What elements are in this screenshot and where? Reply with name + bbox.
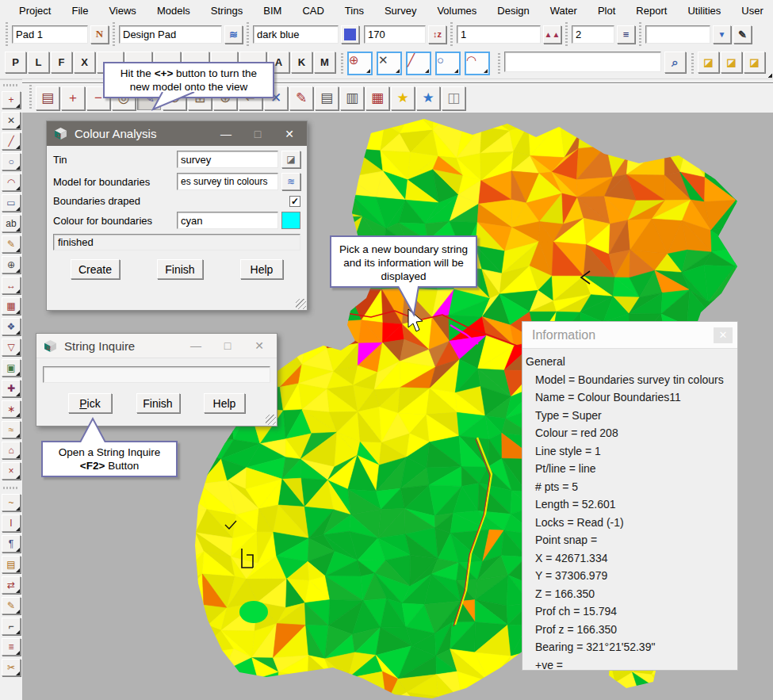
menu-views[interactable]: Views [98,2,146,19]
toolbar-grip[interactable] [339,53,345,75]
linestyle-icon[interactable]: ≡ [617,25,635,44]
window-star-tool[interactable]: ❖ [2,318,21,335]
tin-picker-icon[interactable]: ◪ [281,151,300,168]
toolbar-grip[interactable] [690,53,695,75]
sketch-tool[interactable]: ✎ [2,597,21,614]
close-button[interactable]: ✕ [243,339,275,352]
information-tool[interactable]: I [2,514,21,532]
format-k-button[interactable]: K [291,52,312,73]
menu-cad[interactable]: CAD [292,2,334,19]
menu-models[interactable]: Models [147,2,201,19]
menu-project[interactable]: Project [9,2,61,19]
open-project-folder-button[interactable]: ◪ [698,52,719,73]
freehand-tool[interactable]: ~ [2,494,21,511]
resize-grip[interactable] [296,299,306,309]
measure-tool[interactable]: ↔ [2,277,21,294]
cad-text-tool[interactable]: ab [2,215,21,232]
string-inquire-titlebar[interactable]: 12 String Inquire — □ ✕ [36,334,277,358]
snap-cross-toggle[interactable]: ✕ [377,52,402,75]
close-icon[interactable]: ✕ [714,327,733,343]
colour-line-tool[interactable]: ≈ [2,421,21,438]
finish-button[interactable]: Finish [136,393,180,413]
search-button[interactable]: ⌕ [664,52,686,73]
snap-point-toggle[interactable]: ⊕ [347,52,373,75]
menu-bim[interactable]: BIM [253,2,292,19]
symbol-combo[interactable] [645,25,710,44]
inquire-field[interactable] [43,366,270,383]
model-layers-icon[interactable]: ≋ [281,173,300,190]
model-input[interactable] [119,25,222,44]
toolbar-grip[interactable] [4,22,10,46]
pane-layout-button[interactable]: ◫ [442,86,465,110]
eyedropper-button[interactable]: ✎ [733,25,752,44]
railway-tool[interactable]: ≡ [2,638,21,656]
combo-dropdown-button[interactable]: ▼ [713,25,731,44]
shield-tool[interactable]: ⌂ [2,442,21,459]
z-height-icon[interactable]: ↕z [428,25,446,44]
menu-utilities[interactable]: Utilities [677,2,731,19]
toolbar-grip[interactable] [449,22,454,46]
toolbar-grip[interactable] [637,22,643,46]
cad-pencil-tool[interactable]: ✎ [2,235,21,253]
search-input[interactable] [504,52,661,72]
colour-swatch-button[interactable] [341,25,359,44]
linestyle-input[interactable] [572,25,614,44]
snap-arc-toggle[interactable]: ◠ [465,52,490,75]
colour-input[interactable] [253,25,339,44]
notes-tool[interactable]: ▤ [2,556,21,573]
name-button[interactable]: N [90,25,109,44]
cad-cross-tool[interactable]: ✕ [2,112,21,129]
plot-printer-button[interactable]: ▤ [315,86,339,110]
menu-water[interactable]: Water [540,2,587,19]
snap-line-toggle[interactable]: ╱ [406,52,431,75]
help-button[interactable]: Help [240,259,283,279]
menu-user[interactable]: User [731,2,773,19]
format-m-button[interactable]: M [314,52,335,73]
menu-tins[interactable]: Tins [335,2,374,19]
menu-strings[interactable]: Strings [201,2,253,19]
format-p-button[interactable]: P [5,52,26,73]
swap-tool[interactable]: ⇄ [2,576,21,594]
toolbar-grip[interactable] [496,53,502,75]
project-tools-folder-button[interactable]: ◪ [744,52,765,73]
boundary-colour-input[interactable] [177,212,278,229]
view-windows-button[interactable]: ▤ [36,86,59,110]
delete-cross-tool[interactable]: × [2,462,21,480]
menu-plot[interactable]: Plot [587,2,626,19]
project-settings-folder-button[interactable]: ◪ [721,52,742,73]
height-input[interactable] [364,25,426,44]
grid-button[interactable]: ▦ [365,86,389,110]
tin-input[interactable] [177,151,278,168]
minimize-button[interactable]: — [180,339,212,352]
table-tool[interactable]: ▦ [2,297,21,315]
maximize-button[interactable]: □ [212,339,243,352]
pick-button[interactable]: Pick [68,393,112,413]
cad-arc-tool[interactable]: ◠ [2,174,21,191]
finish-button[interactable]: Finish [157,259,203,279]
image-tool[interactable]: ▣ [2,359,21,377]
boundary-colour-swatch[interactable] [281,212,300,229]
format-x-button[interactable]: X [74,52,95,73]
add-model-to-view-button[interactable]: + [61,86,85,110]
trim-tool[interactable]: ✂ [2,659,21,676]
cad-line-tool[interactable]: ╱ [2,132,21,150]
model-layers-icon[interactable]: ≋ [224,25,243,44]
colour-analysis-titlebar[interactable]: 12 Colour Analysis — □ ✕ [47,121,307,146]
menu-report[interactable]: Report [626,2,677,19]
redraw-brush-button[interactable]: ✎ [289,86,313,110]
menu-file[interactable]: File [61,2,98,19]
resize-grip[interactable] [266,415,276,425]
profile-tool[interactable]: ⌐ [2,618,21,635]
toolbar-grip[interactable] [3,82,19,89]
survey-tool[interactable]: ¶ [2,535,21,553]
weight-icon[interactable]: ▲▲ [543,25,561,44]
toolbar-grip[interactable] [564,22,569,46]
snippets-star-button[interactable]: ★ [416,86,440,110]
boundaries-draped-checkbox[interactable]: ✓ [289,196,300,207]
toolbar-grip[interactable] [245,22,251,46]
create-button[interactable]: Create [71,259,120,279]
toolbar-grip[interactable] [28,85,33,109]
menu-design[interactable]: Design [487,2,539,19]
help-button[interactable]: Help [204,393,245,413]
menu-survey[interactable]: Survey [374,2,427,19]
